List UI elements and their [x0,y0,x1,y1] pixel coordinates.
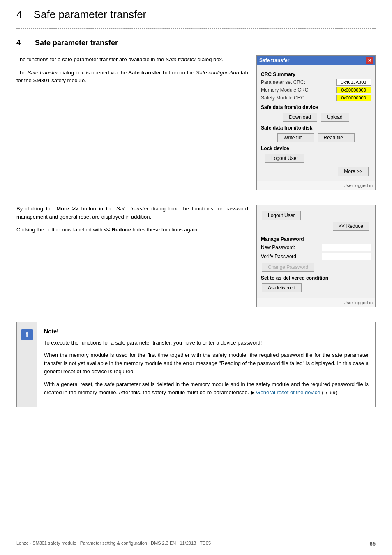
note-content: Note! To execute the functions for a saf… [37,322,375,407]
logout-user-button-2[interactable]: Logout User [262,211,301,220]
section-title: Safe parameter transfer [35,39,118,47]
note-box: i Note! To execute the functions for a s… [16,322,376,407]
lock-device-label: Lock device [261,146,371,151]
chapter-number: 4 [16,8,22,21]
page-title: Safe parameter transfer [34,8,147,21]
dialog-column-1: Safe transfer ✕ CRC Summary Parameter se… [256,56,376,197]
para-3: By clicking the More >> button in the Sa… [16,205,248,221]
main-content-row2: By clicking the More >> button in the Sa… [0,205,392,314]
section-number: 4 [16,39,21,47]
divider [16,28,376,29]
note-para-3: With a general reset, the safe parameter… [44,380,369,397]
device-buttons: Download Upload [261,113,371,122]
dialog2-content: Logout User << Reduce Manage Password Ne… [257,205,375,298]
memory-module-crc-row: Memory Module CRC: 0x00000000 [261,87,371,93]
more-button-row: More >> [261,165,371,178]
page: 4 Safe parameter transfer 4 Safe paramet… [0,0,392,555]
dialog-title-bar: Safe transfer ✕ [257,56,375,65]
text-column-1: The functions for a safe parameter trans… [16,56,248,197]
verify-password-row: Verify Password: [261,253,371,260]
para-2: The Safe transfer dialog box is opened v… [16,69,248,85]
write-file-button[interactable]: Write file ... [277,133,314,142]
reduce-button[interactable]: << Reduce [333,222,369,231]
general-reset-link[interactable]: General reset of the device [256,389,321,395]
dialog-column-2: Logout User << Reduce Manage Password Ne… [256,205,376,314]
footer-left: Lenze · SM301 safety module · Parameter … [16,541,211,547]
change-password-button[interactable]: Change Password [262,263,314,272]
dialog2-logout-row: Logout User [261,211,371,220]
dialog-footer-2: User logged in [257,298,375,307]
dialog-content: CRC Summary Parameter set CRC: 0x4613A30… [257,65,375,181]
download-button[interactable]: Download [283,113,317,122]
note-title: Note! [44,328,369,335]
set-delivered-label: Set to as-delivered condition [261,275,371,281]
param-set-crc-row: Parameter set CRC: 0x4613A303 [261,79,371,86]
safety-module-crc-label: Safety Module CRC: [261,95,306,101]
new-password-label: New Password: [261,245,298,250]
note-icon-column: i [17,322,37,407]
para-1: The functions for a safe parameter trans… [16,56,248,64]
new-password-row: New Password: [261,244,371,251]
safe-transfer-dialog: Safe transfer ✕ CRC Summary Parameter se… [256,56,376,190]
dialog-close-button[interactable]: ✕ [366,57,373,64]
page-header: 4 Safe parameter transfer [0,0,392,21]
memory-module-crc-label: Memory Module CRC: [261,87,310,93]
page-footer: Lenze · SM301 safety module · Parameter … [0,537,392,547]
note-para-2: When the memory module is used for the f… [44,351,369,376]
new-password-input[interactable] [322,244,371,251]
safe-transfer-extended-dialog: Logout User << Reduce Manage Password Ne… [256,205,376,307]
note-para-1: To execute the functions for a safe para… [44,339,369,347]
crc-summary-label: CRC Summary [261,72,371,77]
info-icon: i [21,329,33,340]
upload-button[interactable]: Upload [321,113,349,122]
page-number: 65 [370,541,376,547]
param-set-crc-label: Parameter set CRC: [261,79,305,85]
text-column-2: By clicking the More >> button in the Sa… [16,205,248,314]
verify-password-input[interactable] [322,253,371,260]
para-4: Clicking the button now labelled with <<… [16,226,248,234]
safety-module-crc-value: 0x00000000 [336,95,371,101]
param-set-crc-value: 0x4613A303 [336,79,371,86]
safe-data-disk-label: Safe data from/to disk [261,125,371,131]
lock-device-buttons: Logout User [261,154,371,163]
dialog-title: Safe transfer [259,58,289,63]
logout-user-button-1[interactable]: Logout User [265,154,304,163]
dialog-footer-1: User logged in [257,181,375,190]
reduce-button-row: << Reduce [261,221,371,233]
safety-module-crc-row: Safety Module CRC: 0x00000000 [261,95,371,101]
disk-buttons: Write file ... Read file ... [261,133,371,142]
main-content-row1: The functions for a safe parameter trans… [0,56,392,197]
more-button[interactable]: More >> [338,167,369,176]
as-delivered-button[interactable]: As-delivered [262,283,302,292]
manage-password-label: Manage Password [261,236,371,242]
as-delivered-btn-row: As-delivered [261,283,371,292]
change-password-btn-row: Change Password [261,263,371,272]
memory-module-crc-value: 0x00000000 [336,87,371,93]
verify-password-label: Verify Password: [261,254,298,259]
safe-data-device-label: Safe data from/to device [261,104,371,110]
section-heading: 4 Safe parameter transfer [0,39,392,47]
read-file-button[interactable]: Read file ... [318,133,355,142]
